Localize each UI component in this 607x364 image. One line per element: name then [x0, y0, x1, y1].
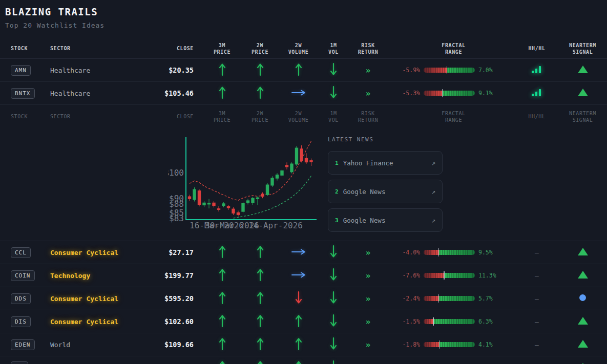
news-item-label: Google News — [343, 188, 427, 196]
risk-return-chevrons: » — [366, 294, 371, 304]
fractal-high-label: 11.3% — [478, 272, 501, 279]
news-link-card[interactable]: 3 Google News ↗ — [328, 208, 443, 232]
news-link-card[interactable]: 1 Yahoo Finance ↗ — [328, 151, 443, 175]
fractal-high-label: 7.0% — [478, 67, 501, 74]
trend-up-icon — [219, 85, 226, 99]
ticker-badge[interactable]: DDS — [11, 293, 31, 304]
hhhl-none-dash: – — [535, 295, 539, 303]
column-header-hh-hl: HH/HL — [520, 113, 545, 120]
trend-up-icon — [257, 314, 264, 328]
column-header-close: CLOSE — [177, 113, 197, 120]
trend-3m-cell — [213, 314, 226, 329]
trend-2w-cell — [257, 62, 264, 78]
column-header-close: CLOSE — [177, 45, 197, 52]
ticker-badge[interactable]: COIN — [11, 270, 35, 281]
table-row[interactable]: DDS Consumer Cyclical $595.20 » -2.4% 5.… — [0, 287, 607, 310]
risk-return-cell: » — [366, 294, 371, 304]
news-link-card[interactable]: 2 Google News ↗ — [328, 180, 443, 203]
nearterm-signal-cell — [579, 294, 586, 303]
risk-return-cell: » — [366, 340, 371, 350]
trend-down-icon — [330, 314, 337, 328]
sector-label: Consumer Cyclical — [46, 318, 118, 326]
trend-up-icon — [257, 291, 264, 305]
column-header-fractal-range: FRACTALRANGE — [428, 110, 465, 123]
trend-up-icon — [295, 337, 302, 351]
trend-up-icon — [219, 291, 226, 305]
fractal-range-cell: -2.4% 5.7% — [387, 295, 507, 302]
nearterm-signal-cell — [577, 316, 589, 327]
fractal-low-label: -5.9% — [397, 67, 420, 74]
trend-up-icon — [219, 245, 226, 259]
ticker-badge[interactable] — [11, 361, 28, 364]
risk-return-cell: » — [366, 271, 371, 281]
signal-dot-icon — [579, 294, 586, 301]
trend-up-icon — [257, 245, 264, 259]
signal-triangle-icon — [577, 88, 589, 97]
close-price: $20.35 — [169, 66, 197, 74]
hhhl-none-dash: – — [535, 272, 539, 280]
fractal-range-cell: -5.9% 7.0% — [387, 67, 507, 74]
trend-2w-cell — [257, 360, 264, 364]
close-price: $199.77 — [164, 271, 197, 280]
trend-2w-cell — [257, 85, 264, 101]
fractal-low-label: -1.5% — [397, 318, 420, 325]
ticker-badge[interactable]: AMN — [11, 65, 31, 76]
trend-3m-cell — [213, 337, 226, 352]
hhhl-none-dash: – — [535, 249, 539, 256]
trend-up-icon — [295, 360, 302, 364]
volume-2w-cell — [291, 89, 306, 98]
watchlist-rows-top: AMN Healthcare $20.35 » -5.9% 7.0% BNTX … — [0, 59, 607, 105]
signal-triangle-icon — [577, 247, 589, 256]
svg-text:14-Apr-2026: 14-Apr-2026 — [248, 221, 303, 230]
stock-cell: CCL — [6, 247, 31, 258]
close-price: $595.20 — [164, 294, 197, 303]
close-price: $105.46 — [164, 89, 197, 97]
external-link-icon: ↗ — [431, 217, 435, 224]
ticker-badge[interactable]: BNTX — [11, 88, 35, 99]
fractal-low-label: -1.8% — [397, 341, 420, 348]
trend-up-icon — [219, 314, 226, 328]
news-item-label: Google News — [343, 217, 427, 224]
hhhl-cell: – — [527, 318, 539, 326]
hhhl-none-dash: – — [535, 318, 539, 326]
table-row[interactable]: COIN Technology $199.77 » -7.6% 11.3% – — [0, 264, 607, 287]
trend-up-icon — [257, 337, 264, 351]
news-list: 1 Yahoo Finance ↗2 Google News ↗3 Google… — [328, 151, 443, 232]
trend-3m-cell — [213, 245, 226, 260]
volume-1m-cell — [330, 360, 337, 364]
table-row[interactable] — [0, 356, 607, 364]
column-header-stock: STOCK — [6, 45, 28, 52]
trend-up-icon — [219, 337, 226, 351]
trend-down-icon — [330, 268, 337, 282]
trend-3m-cell — [213, 360, 226, 364]
nearterm-signal-cell — [577, 270, 589, 281]
stock-cell: COIN — [6, 270, 35, 281]
fractal-range-bar — [424, 68, 475, 73]
ticker-badge[interactable]: EDEN — [11, 339, 35, 350]
trend-2w-cell — [257, 337, 264, 352]
hhhl-cell: – — [527, 295, 539, 303]
trend-up-icon — [219, 268, 226, 282]
table-row[interactable]: DIS Consumer Cyclical $102.60 » -1.5% 6.… — [0, 310, 607, 333]
table-row[interactable]: BNTX Healthcare $105.46 » -5.3% 9.1% — [0, 82, 607, 105]
stock-cell: BNTX — [6, 88, 35, 99]
column-header-risk-return: RISKRETURN — [358, 42, 379, 55]
nearterm-signal-cell — [577, 88, 589, 98]
hhhl-cell — [523, 65, 542, 76]
table-row[interactable]: AMN Healthcare $20.35 » -5.9% 7.0% — [0, 59, 607, 82]
table-subheader-row: STOCKSECTORCLOSE3MPRICE2WPRICE2WVOLUME1M… — [0, 105, 607, 128]
risk-return-chevrons: » — [366, 271, 371, 281]
ticker-badge[interactable]: DIS — [11, 316, 31, 327]
table-row[interactable]: EDEN World $109.66 » -1.8% 4.1% – — [0, 333, 607, 356]
table-row[interactable]: CCL Consumer Cyclical $27.17 » -4.0% 9.5… — [0, 241, 607, 264]
risk-return-cell: » — [366, 66, 371, 75]
risk-return-chevrons: » — [366, 317, 371, 327]
trend-down-icon — [330, 337, 337, 351]
column-header-3m-price: 3MPRICE — [207, 42, 231, 55]
column-header-2w-price: 2WPRICE — [252, 42, 268, 55]
trend-down-icon — [330, 291, 337, 305]
hhhl-bars-icon — [531, 88, 542, 97]
volume-1m-cell — [330, 245, 337, 260]
trend-up-icon — [295, 314, 302, 328]
ticker-badge[interactable]: CCL — [11, 247, 31, 258]
